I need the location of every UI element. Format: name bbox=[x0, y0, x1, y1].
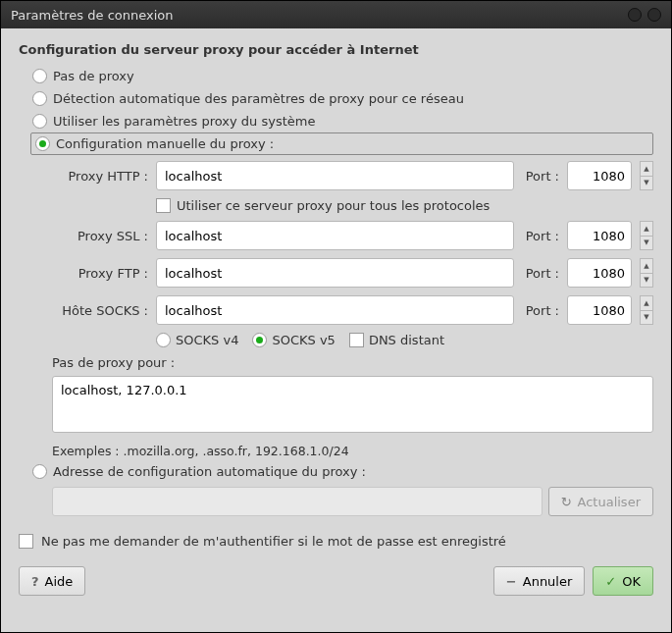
help-label: Aide bbox=[45, 574, 74, 589]
auto-config-url-input bbox=[52, 487, 543, 516]
refresh-label: Actualiser bbox=[578, 495, 641, 509]
refresh-icon bbox=[561, 495, 572, 509]
ftp-proxy-row: Proxy FTP : Port : ▲▼ bbox=[52, 258, 653, 288]
ftp-label: Proxy FTP : bbox=[52, 266, 148, 281]
http-port-input[interactable] bbox=[567, 161, 632, 190]
socks-version-row: SOCKS v4 SOCKS v5 DNS distant bbox=[52, 333, 653, 347]
ok-label: OK bbox=[622, 574, 641, 589]
radio-icon bbox=[32, 69, 47, 83]
cancel-icon bbox=[506, 574, 517, 589]
radio-socks-v5[interactable]: SOCKS v5 bbox=[252, 333, 335, 347]
radio-socks-v4[interactable]: SOCKS v4 bbox=[156, 333, 238, 347]
http-port-spinner[interactable]: ▲▼ bbox=[640, 161, 653, 190]
no-proxy-label: Pas de proxy pour : bbox=[52, 355, 653, 370]
ftp-port-input[interactable] bbox=[567, 258, 632, 288]
auth-checkbox-row[interactable]: Ne pas me demander de m'authentifier si … bbox=[19, 516, 653, 560]
socks-port-spinner[interactable]: ▲▼ bbox=[640, 295, 653, 325]
minimize-button[interactable] bbox=[628, 8, 642, 22]
socks-v5-label: SOCKS v5 bbox=[272, 333, 335, 347]
ok-button[interactable]: OK bbox=[593, 566, 653, 596]
socks-port-label: Port : bbox=[526, 303, 559, 318]
section-heading: Configuration du serveur proxy pour accé… bbox=[19, 42, 653, 57]
no-proxy-example: Exemples : .mozilla.org, .asso.fr, 192.1… bbox=[52, 444, 653, 458]
ssl-port-label: Port : bbox=[526, 229, 559, 243]
no-proxy-input[interactable] bbox=[52, 376, 653, 433]
socks-label: Hôte SOCKS : bbox=[52, 303, 148, 318]
checkbox-icon bbox=[156, 198, 171, 213]
http-port-label: Port : bbox=[526, 169, 559, 184]
radio-label: Détection automatique des paramètres de … bbox=[53, 91, 464, 106]
ssl-host-input[interactable] bbox=[156, 221, 514, 250]
checkbox-icon bbox=[19, 534, 33, 549]
http-host-input[interactable] bbox=[156, 161, 514, 190]
cancel-button[interactable]: Annuler bbox=[493, 566, 585, 596]
ftp-port-spinner[interactable]: ▲▼ bbox=[640, 258, 653, 288]
socks-proxy-row: Hôte SOCKS : Port : ▲▼ bbox=[52, 295, 653, 325]
ssl-label: Proxy SSL : bbox=[52, 229, 148, 243]
radio-no-proxy[interactable]: Pas de proxy bbox=[19, 65, 653, 87]
refresh-button: Actualiser bbox=[548, 487, 653, 516]
radio-system-proxy[interactable]: Utiliser les paramètres proxy du système bbox=[19, 110, 653, 132]
close-button[interactable] bbox=[647, 8, 661, 22]
radio-label: Adresse de configuration automatique du … bbox=[53, 464, 366, 479]
ftp-port-label: Port : bbox=[526, 266, 559, 281]
http-proxy-row: Proxy HTTP : Port : ▲▼ bbox=[52, 161, 653, 190]
socks-v4-label: SOCKS v4 bbox=[176, 333, 238, 347]
socks-port-input[interactable] bbox=[567, 295, 632, 325]
window-title: Paramètres de connexion bbox=[11, 8, 628, 23]
radio-icon bbox=[35, 136, 50, 151]
radio-label: Utiliser les paramètres proxy du système bbox=[53, 114, 315, 129]
titlebar: Paramètres de connexion bbox=[1, 1, 671, 28]
window-controls bbox=[628, 8, 661, 22]
radio-auto-config-url[interactable]: Adresse de configuration automatique du … bbox=[19, 458, 653, 483]
connection-settings-dialog: Paramètres de connexion Configuration du… bbox=[0, 0, 672, 633]
check-icon bbox=[605, 574, 616, 589]
help-button[interactable]: Aide bbox=[19, 566, 85, 596]
radio-icon bbox=[32, 114, 47, 129]
http-label: Proxy HTTP : bbox=[52, 169, 148, 184]
socks-host-input[interactable] bbox=[156, 295, 514, 325]
radio-label: Configuration manuelle du proxy : bbox=[56, 136, 274, 151]
cancel-label: Annuler bbox=[523, 574, 573, 589]
use-for-all-row[interactable]: Utiliser ce serveur proxy pour tous les … bbox=[52, 198, 653, 213]
dns-remote-label: DNS distant bbox=[369, 333, 444, 347]
checkbox-dns-remote[interactable]: DNS distant bbox=[349, 333, 444, 347]
help-icon bbox=[31, 574, 39, 589]
manual-proxy-fields: Proxy HTTP : Port : ▲▼ Utiliser ce serve… bbox=[19, 161, 653, 347]
dialog-footer: Aide Annuler OK bbox=[19, 560, 653, 607]
radio-icon bbox=[252, 333, 267, 347]
ssl-port-spinner[interactable]: ▲▼ bbox=[640, 221, 653, 250]
use-for-all-label: Utiliser ce serveur proxy pour tous les … bbox=[177, 198, 490, 213]
checkbox-icon bbox=[349, 333, 364, 347]
radio-icon bbox=[156, 333, 171, 347]
no-proxy-section: Pas de proxy pour : Exemples : .mozilla.… bbox=[19, 355, 653, 458]
radio-auto-detect[interactable]: Détection automatique des paramètres de … bbox=[19, 87, 653, 110]
dialog-content: Configuration du serveur proxy pour accé… bbox=[1, 28, 671, 632]
ftp-host-input[interactable] bbox=[156, 258, 514, 288]
auth-label: Ne pas me demander de m'authentifier si … bbox=[41, 534, 506, 549]
ssl-port-input[interactable] bbox=[567, 221, 632, 250]
radio-label: Pas de proxy bbox=[53, 69, 134, 83]
radio-icon bbox=[32, 464, 47, 479]
auto-config-input-row: Actualiser bbox=[19, 487, 653, 516]
ssl-proxy-row: Proxy SSL : Port : ▲▼ bbox=[52, 221, 653, 250]
radio-icon bbox=[32, 91, 47, 106]
radio-manual-proxy[interactable]: Configuration manuelle du proxy : bbox=[30, 132, 653, 155]
